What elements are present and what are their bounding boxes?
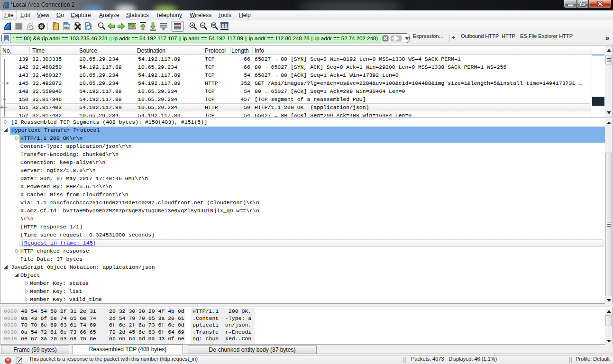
svg-text:010: 010 bbox=[64, 27, 69, 29]
